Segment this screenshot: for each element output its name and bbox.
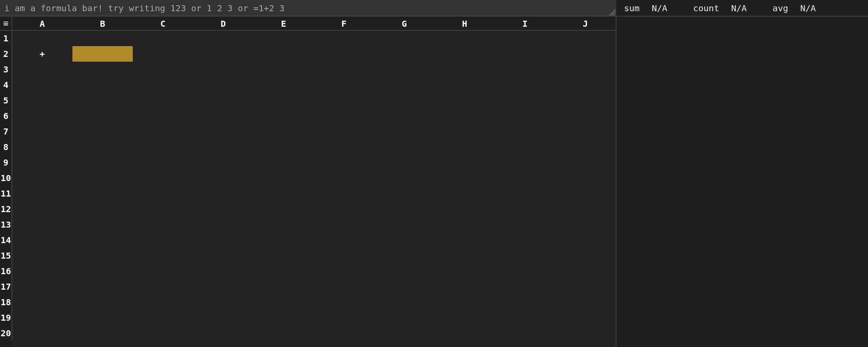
cell-A4[interactable] [12, 77, 72, 93]
cell-B11[interactable] [72, 186, 133, 201]
cell-F19[interactable] [314, 310, 374, 325]
cell-F16[interactable] [314, 263, 374, 279]
cell-B15[interactable] [72, 248, 133, 263]
column-header-D[interactable]: D [193, 16, 253, 31]
cell-D1[interactable] [193, 31, 253, 46]
row-header-6[interactable]: 6 [0, 108, 12, 124]
cell-H18[interactable] [434, 294, 495, 310]
cell-A16[interactable] [12, 263, 72, 279]
cell-G8[interactable] [374, 139, 434, 155]
cell-J12[interactable] [555, 201, 615, 217]
cell-F13[interactable] [314, 217, 374, 232]
cell-E2[interactable] [253, 46, 314, 62]
cell-D8[interactable] [193, 139, 253, 155]
column-header-A[interactable]: A [12, 16, 72, 31]
cell-E20[interactable] [253, 325, 314, 341]
cell-A14[interactable] [12, 232, 72, 248]
cell-A1[interactable] [12, 31, 72, 46]
cell-H2[interactable] [434, 46, 495, 62]
cell-F15[interactable] [314, 248, 374, 263]
cell-I9[interactable] [495, 155, 555, 170]
cell-I1[interactable] [495, 31, 555, 46]
row-header-11[interactable]: 11 [0, 186, 12, 201]
cell-I11[interactable] [495, 186, 555, 201]
row-header-12[interactable]: 12 [0, 201, 12, 217]
cell-A10[interactable] [12, 170, 72, 186]
cell-F14[interactable] [314, 232, 374, 248]
cell-B1[interactable] [72, 31, 133, 46]
cell-J2[interactable] [555, 46, 615, 62]
cell-I19[interactable] [495, 310, 555, 325]
row-header-18[interactable]: 18 [0, 294, 12, 310]
cell-A3[interactable] [12, 62, 72, 77]
cell-G5[interactable] [374, 93, 434, 108]
cell-I5[interactable] [495, 93, 555, 108]
cell-C8[interactable] [133, 139, 193, 155]
cell-E19[interactable] [253, 310, 314, 325]
cell-C16[interactable] [133, 263, 193, 279]
cell-C20[interactable] [133, 325, 193, 341]
cell-J5[interactable] [555, 93, 615, 108]
cell-G11[interactable] [374, 186, 434, 201]
cell-J13[interactable] [555, 217, 615, 232]
cell-C14[interactable] [133, 232, 193, 248]
cell-G3[interactable] [374, 62, 434, 77]
cells-area[interactable]: + [12, 31, 616, 347]
cell-D18[interactable] [193, 294, 253, 310]
cell-G4[interactable] [374, 77, 434, 93]
formula-bar-input[interactable] [0, 0, 616, 16]
cell-J3[interactable] [555, 62, 615, 77]
column-header-G[interactable]: G [374, 16, 434, 31]
cell-I6[interactable] [495, 108, 555, 124]
cell-H13[interactable] [434, 217, 495, 232]
cell-J6[interactable] [555, 108, 615, 124]
cell-B12[interactable] [72, 201, 133, 217]
cell-B13[interactable] [72, 217, 133, 232]
cell-B6[interactable] [72, 108, 133, 124]
cell-F8[interactable] [314, 139, 374, 155]
column-header-J[interactable]: J [555, 16, 615, 31]
cell-C6[interactable] [133, 108, 193, 124]
cell-B10[interactable] [72, 170, 133, 186]
cell-G13[interactable] [374, 217, 434, 232]
cell-I15[interactable] [495, 248, 555, 263]
cell-I18[interactable] [495, 294, 555, 310]
cell-G16[interactable] [374, 263, 434, 279]
cell-E12[interactable] [253, 201, 314, 217]
cell-C2[interactable] [133, 46, 193, 62]
cell-B7[interactable] [72, 124, 133, 139]
cell-A20[interactable] [12, 325, 72, 341]
column-header-F[interactable]: F [314, 16, 374, 31]
cell-E14[interactable] [253, 232, 314, 248]
cell-J19[interactable] [555, 310, 615, 325]
cell-A9[interactable] [12, 155, 72, 170]
cell-G10[interactable] [374, 170, 434, 186]
cell-A18[interactable] [12, 294, 72, 310]
cell-H1[interactable] [434, 31, 495, 46]
cell-D10[interactable] [193, 170, 253, 186]
cell-F10[interactable] [314, 170, 374, 186]
cell-F20[interactable] [314, 325, 374, 341]
cell-I10[interactable] [495, 170, 555, 186]
cell-C4[interactable] [133, 77, 193, 93]
cell-I2[interactable] [495, 46, 555, 62]
cell-D19[interactable] [193, 310, 253, 325]
cell-J1[interactable] [555, 31, 615, 46]
cell-H5[interactable] [434, 93, 495, 108]
cell-D4[interactable] [193, 77, 253, 93]
cell-D2[interactable] [193, 46, 253, 62]
cell-C13[interactable] [133, 217, 193, 232]
cell-H8[interactable] [434, 139, 495, 155]
cell-C12[interactable] [133, 201, 193, 217]
cell-A19[interactable] [12, 310, 72, 325]
cell-I20[interactable] [495, 325, 555, 341]
row-header-16[interactable]: 16 [0, 263, 12, 279]
cell-F6[interactable] [314, 108, 374, 124]
cell-D13[interactable] [193, 217, 253, 232]
cell-I13[interactable] [495, 217, 555, 232]
cell-F3[interactable] [314, 62, 374, 77]
cell-E11[interactable] [253, 186, 314, 201]
row-header-10[interactable]: 10 [0, 170, 12, 186]
cell-E4[interactable] [253, 77, 314, 93]
cell-B18[interactable] [72, 294, 133, 310]
